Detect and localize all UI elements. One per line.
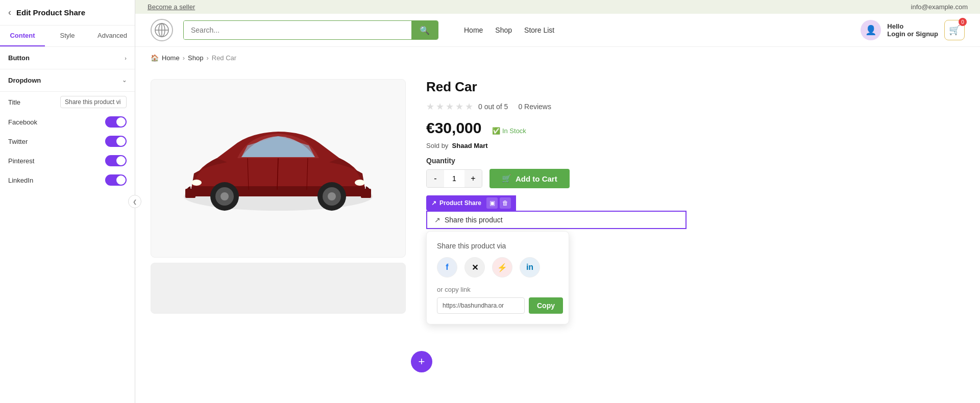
topbar: Become a seller info@example.com <box>135 0 980 14</box>
stars: ★ ★ ★ ★ ★ <box>426 101 473 112</box>
site-header: 🔍 Home Shop Store List 👤 Hello Login or … <box>135 14 980 47</box>
logo-box <box>151 19 173 41</box>
rating-row: ★ ★ ★ ★ ★ 0 out of 5 0 Reviews <box>426 101 965 112</box>
cart-icon: 🛒 <box>502 174 511 183</box>
share-pinterest-button[interactable]: ⚡ <box>492 257 512 278</box>
svg-rect-7 <box>361 189 371 198</box>
panel-tabs: Content Style Advanced <box>0 26 135 47</box>
add-to-cart-button[interactable]: 🛒 Add to Cart <box>489 169 570 188</box>
logo-svg <box>155 23 169 37</box>
product-share-tag: ↗ Product Share ▣ 🗑 <box>426 195 516 211</box>
title-field: Title <box>0 92 135 112</box>
qty-minus-button[interactable]: - <box>427 170 444 187</box>
become-seller-link[interactable]: Become a seller <box>148 3 195 11</box>
facebook-toggle[interactable] <box>105 116 127 128</box>
product-share-widget: ↗ Product Share ▣ 🗑 ↗ Share this product… <box>426 195 965 229</box>
nav-home[interactable]: Home <box>464 26 483 34</box>
button-section-header[interactable]: Button › <box>8 54 127 62</box>
panel-header: ‹ Edit Product Share <box>0 0 135 26</box>
seller-name: Shaad Mart <box>452 142 488 149</box>
copy-button[interactable]: Copy <box>529 297 563 314</box>
quantity-label: Quantity <box>426 157 965 165</box>
button-section-label: Button <box>8 54 30 62</box>
svg-point-13 <box>328 192 336 200</box>
nav-shop[interactable]: Shop <box>495 26 512 34</box>
title-input[interactable] <box>60 96 127 108</box>
quantity-control: - + <box>426 169 482 188</box>
share-this-product-button[interactable]: ↗ Share this product <box>426 211 687 229</box>
linkedin-field: LinkedIn <box>0 170 135 190</box>
breadcrumb: 🏠 Home › Shop › Red Car <box>135 47 980 69</box>
pinterest-label: Pinterest <box>8 157 34 165</box>
twitter-label: Twitter <box>8 138 28 145</box>
button-section: Button › <box>0 47 135 69</box>
product-share-copy-icon[interactable]: ▣ <box>486 197 498 209</box>
facebook-field: Facebook <box>0 112 135 132</box>
facebook-label: Facebook <box>8 118 37 126</box>
dropdown-section: Dropdown ⌄ <box>0 69 135 92</box>
star-1: ★ <box>426 101 434 112</box>
collapse-panel-button[interactable]: ❮ <box>128 195 141 208</box>
breadcrumb-current: Red Car <box>212 54 236 62</box>
share-linkedin-button[interactable]: in <box>520 257 540 278</box>
quantity-row: - + 🛒 Add to Cart <box>426 169 965 188</box>
quantity-input[interactable] <box>444 174 464 183</box>
tab-content[interactable]: Content <box>0 26 45 46</box>
share-twitter-button[interactable]: ✕ <box>464 257 485 278</box>
product-price: €30,000 <box>426 119 481 136</box>
copy-link-input[interactable] <box>437 297 525 314</box>
left-panel: ‹ Edit Product Share Content Style Advan… <box>0 0 135 403</box>
car-image-svg <box>166 107 390 230</box>
dropdown-arrow-icon: ⌄ <box>122 77 127 84</box>
star-4: ★ <box>455 101 463 112</box>
breadcrumb-sep1: › <box>183 54 185 62</box>
product-main-image <box>151 79 406 258</box>
share-icon: ↗ <box>434 216 440 224</box>
pinterest-toggle[interactable] <box>105 155 127 166</box>
star-5: ★ <box>465 101 473 112</box>
back-arrow-icon[interactable]: ‹ <box>8 7 11 18</box>
svg-point-14 <box>191 180 202 186</box>
in-stock-badge: ✅ In Stock <box>492 127 526 135</box>
tab-style[interactable]: Style <box>45 26 90 46</box>
star-2: ★ <box>436 101 444 112</box>
search-button[interactable]: 🔍 <box>411 21 438 39</box>
user-text: Hello Login or Signup <box>887 22 938 38</box>
sold-by-row: Sold by Shaad Mart <box>426 142 965 149</box>
user-greeting: Hello <box>887 22 938 30</box>
user-avatar-icon: 👤 <box>861 20 881 40</box>
breadcrumb-shop[interactable]: Shop <box>188 54 203 62</box>
share-facebook-button[interactable]: f <box>437 257 457 278</box>
product-share-delete-icon[interactable]: 🗑 <box>500 197 511 209</box>
topbar-email: info@example.com <box>911 3 968 11</box>
twitter-field: Twitter <box>0 132 135 151</box>
tab-advanced[interactable]: Advanced <box>90 26 135 46</box>
product-share-tag-icons: ▣ 🗑 <box>486 197 511 209</box>
qty-plus-button[interactable]: + <box>464 170 482 187</box>
nav-store-list[interactable]: Store List <box>524 26 554 34</box>
search-input[interactable] <box>184 21 411 39</box>
add-section-button[interactable]: + <box>411 351 432 372</box>
button-arrow-icon: › <box>125 55 127 61</box>
share-social-icons: f ✕ ⚡ in <box>437 257 558 278</box>
pinterest-field: Pinterest <box>0 151 135 170</box>
product-name: Red Car <box>426 79 965 95</box>
dropdown-section-header[interactable]: Dropdown ⌄ <box>8 77 127 84</box>
cart-button[interactable]: 🛒 0 <box>944 20 965 40</box>
panel-title: Edit Product Share <box>16 8 85 17</box>
svg-rect-6 <box>185 189 195 198</box>
share-widget-icon: ↗ <box>431 199 436 207</box>
product-info: Red Car ★ ★ ★ ★ ★ 0 out of 5 0 Reviews €… <box>426 79 965 393</box>
breadcrumb-sep2: › <box>206 54 208 62</box>
dropdown-section-label: Dropdown <box>8 77 41 84</box>
user-action[interactable]: Login or Signup <box>887 30 938 38</box>
linkedin-toggle[interactable] <box>105 174 127 186</box>
svg-point-10 <box>220 192 229 200</box>
breadcrumb-home[interactable]: Home <box>162 54 180 62</box>
rating-text: 0 out of 5 <box>478 103 508 111</box>
twitter-toggle[interactable] <box>105 136 127 147</box>
product-thumbnails <box>151 263 406 314</box>
search-bar: 🔍 <box>183 20 438 40</box>
user-area: 👤 Hello Login or Signup 🛒 0 <box>861 20 965 40</box>
cart-badge: 0 <box>959 18 967 26</box>
